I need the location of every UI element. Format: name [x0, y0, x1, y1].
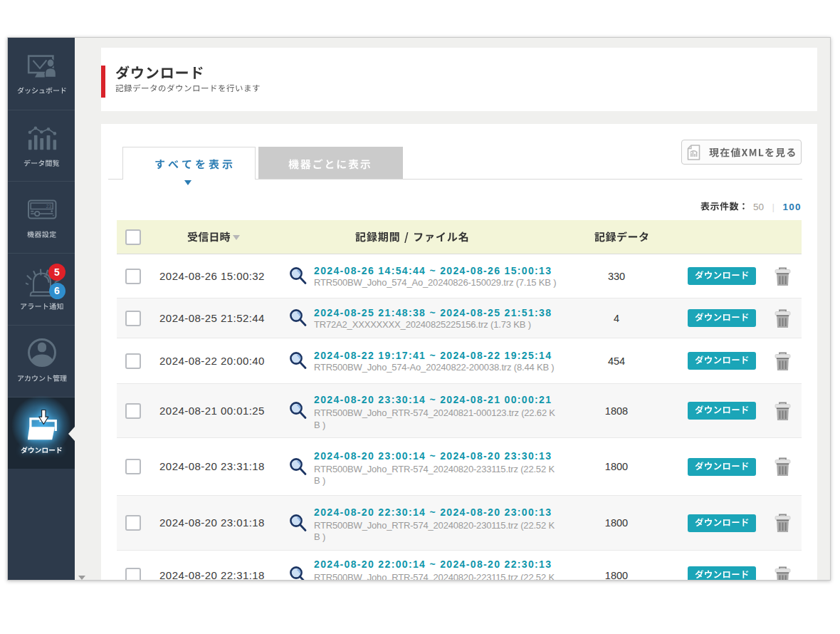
- svg-text:23: 23: [46, 204, 52, 209]
